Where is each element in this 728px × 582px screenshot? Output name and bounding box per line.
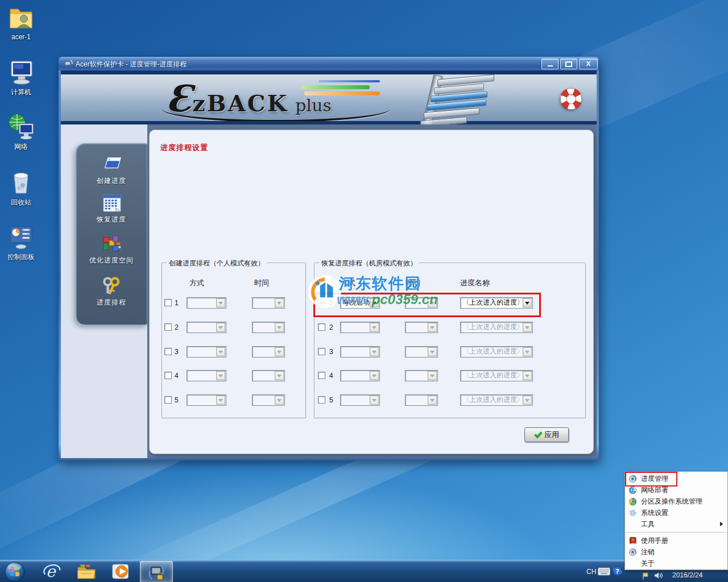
sidebar-item-schedule[interactable]: 进度排程 xyxy=(76,276,147,307)
dropdown-button[interactable] xyxy=(216,347,225,356)
dropdown-button[interactable] xyxy=(370,347,379,356)
dropdown-button[interactable] xyxy=(216,396,225,405)
row-checkbox[interactable] xyxy=(318,372,325,379)
row-checkbox[interactable] xyxy=(318,299,325,306)
desktop-icon-acer-1[interactable]: acer-1 xyxy=(0,3,42,41)
dropdown-button[interactable] xyxy=(523,371,532,380)
chevron-down-icon xyxy=(277,326,282,329)
sidebar-item-create-progress[interactable]: 创建进度 xyxy=(76,154,147,186)
dropdown-button[interactable] xyxy=(216,371,225,380)
row-checkbox[interactable] xyxy=(318,396,325,404)
menu-item-network-deploy[interactable]: 网络部署 xyxy=(625,484,727,496)
minimize-button[interactable] xyxy=(541,59,559,69)
apply-button[interactable]: 应用 xyxy=(524,427,569,442)
context-menu: 进度管理网络部署分区及操作系统管理系统设置工具1使用手册注销关于 xyxy=(624,471,728,570)
dropdown-button[interactable] xyxy=(216,298,225,307)
method-dropdown[interactable] xyxy=(340,394,380,406)
time-dropdown[interactable] xyxy=(405,394,438,406)
dropdown-button[interactable] xyxy=(370,371,379,380)
row-checkbox[interactable] xyxy=(318,348,325,355)
method-dropdown[interactable] xyxy=(340,322,380,333)
menu-item-system-settings[interactable]: 系统设置 xyxy=(625,507,727,518)
taskbar-explorer-button[interactable] xyxy=(75,561,98,582)
menu-item-progress-management[interactable]: 进度管理 xyxy=(625,473,727,484)
tray-flag-icon[interactable] xyxy=(642,572,648,580)
dropdown-button[interactable] xyxy=(370,396,379,405)
sidebar-item-restore-progress[interactable]: 恢复进度 xyxy=(76,193,147,225)
row-checkbox[interactable] xyxy=(164,372,172,379)
method-dropdown[interactable] xyxy=(187,322,226,333)
menu-item-logout[interactable]: 注销 xyxy=(625,546,727,558)
dropdown-button[interactable] xyxy=(216,323,225,332)
desktop-icon-label: 控制面板 xyxy=(0,252,42,262)
help-icon[interactable]: ? xyxy=(613,566,622,576)
dropdown-button[interactable] xyxy=(370,323,379,332)
time-dropdown[interactable] xyxy=(252,394,285,406)
time-dropdown[interactable] xyxy=(405,346,438,357)
start-button[interactable] xyxy=(3,561,26,582)
menu-item-tools[interactable]: 工具 xyxy=(625,518,727,530)
desktop-icon-recycle-bin[interactable]: 回收站 xyxy=(0,168,42,207)
computer-icon xyxy=(7,58,35,86)
sidebar-item-optimize-space[interactable]: 优化进度空间 xyxy=(76,234,147,265)
row-checkbox[interactable] xyxy=(318,323,325,331)
dropdown-button[interactable] xyxy=(428,396,437,405)
dropdown-button[interactable] xyxy=(275,323,284,332)
dropdown-button[interactable] xyxy=(523,396,532,405)
taskbar-ie-button[interactable]: e xyxy=(41,561,64,582)
menu-item-about[interactable]: 关于 xyxy=(625,558,727,569)
dropdown-button[interactable] xyxy=(523,347,532,356)
method-dropdown[interactable] xyxy=(340,370,380,381)
menu-item-manual[interactable]: 1使用手册 xyxy=(625,535,727,546)
time-dropdown[interactable] xyxy=(405,370,438,381)
row-number: 3 xyxy=(175,348,179,356)
method-dropdown[interactable] xyxy=(187,297,226,309)
progress-name-dropdown[interactable]: 〈上次进入的进度〉 xyxy=(460,394,533,406)
dropdown-button[interactable] xyxy=(275,371,284,380)
time-dropdown[interactable] xyxy=(252,346,285,357)
row-checkbox[interactable] xyxy=(164,396,172,404)
dropdown-button[interactable] xyxy=(428,298,437,307)
dropdown-button[interactable] xyxy=(275,347,284,356)
dropdown-button[interactable] xyxy=(428,371,437,380)
tray-clock-date[interactable]: 2016/2/24 xyxy=(672,571,702,579)
time-dropdown[interactable] xyxy=(252,370,285,381)
tray-language-indicator[interactable]: CH xyxy=(586,568,596,576)
dropdown-button[interactable] xyxy=(428,323,437,332)
progress-name-dropdown[interactable]: 〈上次进入的进度〉 xyxy=(460,370,533,381)
group-legend: 创建进度排程（个人模式有效） xyxy=(167,259,267,268)
dropdown-button[interactable] xyxy=(275,396,284,405)
dropdown-button[interactable] xyxy=(370,298,379,307)
keyboard-icon[interactable] xyxy=(598,567,610,576)
time-dropdown[interactable] xyxy=(252,297,285,309)
desktop-icon-computer[interactable]: 计算机 xyxy=(0,58,42,97)
row-checkbox[interactable] xyxy=(164,348,172,355)
menu-item-partition-os[interactable]: 分区及操作系统管理 xyxy=(625,496,727,507)
row-checkbox[interactable] xyxy=(164,299,172,306)
desktop-icon-network[interactable]: 网络 xyxy=(0,113,42,152)
time-dropdown[interactable] xyxy=(252,322,285,333)
dropdown-button[interactable] xyxy=(523,298,532,307)
method-dropdown[interactable] xyxy=(187,346,226,357)
dropdown-button[interactable] xyxy=(275,298,284,307)
maximize-button[interactable] xyxy=(560,59,577,69)
time-dropdown[interactable] xyxy=(405,297,438,309)
dropdown-button[interactable] xyxy=(428,347,437,356)
progress-name-dropdown[interactable]: 〈上次进入的进度〉 xyxy=(460,346,533,357)
schedule-row-4: 4 xyxy=(162,370,305,381)
close-button[interactable]: X xyxy=(579,59,598,69)
progress-name-dropdown[interactable]: 〈上次进入的进度〉 xyxy=(460,322,533,333)
time-dropdown[interactable] xyxy=(405,322,438,333)
dropdown-button[interactable] xyxy=(523,323,532,332)
chevron-down-icon xyxy=(277,351,282,354)
method-dropdown[interactable]: 每次启动 xyxy=(340,297,380,309)
taskbar-media-player-button[interactable] xyxy=(110,561,133,582)
progress-name-dropdown[interactable]: 〈上次进入的进度〉 xyxy=(460,297,533,309)
method-dropdown[interactable] xyxy=(187,394,226,406)
speaker-icon[interactable] xyxy=(654,572,663,579)
method-dropdown[interactable] xyxy=(187,370,226,381)
row-checkbox[interactable] xyxy=(164,323,172,331)
method-dropdown[interactable] xyxy=(340,346,380,357)
taskbar-ezback-button[interactable] xyxy=(140,561,173,582)
desktop-icon-control-panel[interactable]: 控制面板 xyxy=(0,223,42,262)
